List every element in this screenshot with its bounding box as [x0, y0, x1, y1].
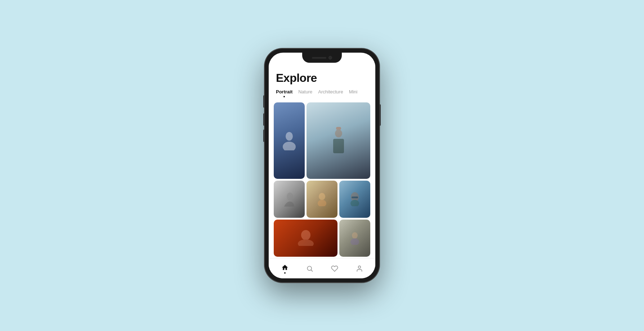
svg-line-16 — [311, 270, 312, 271]
phone-frame: Explore Portrait Nature Architecture Min… — [264, 48, 380, 283]
nav-home[interactable] — [277, 261, 293, 277]
photo-cell-2[interactable] — [307, 102, 370, 179]
svg-point-17 — [358, 266, 361, 268]
home-icon — [281, 264, 289, 272]
notch-speaker — [312, 57, 326, 59]
photo-cell-3[interactable] — [274, 181, 305, 218]
photo-cell-1[interactable] — [274, 102, 305, 179]
svg-point-1 — [283, 142, 296, 150]
photo-cell-9[interactable] — [339, 220, 370, 257]
svg-point-0 — [286, 132, 293, 141]
notch-camera — [328, 56, 332, 59]
svg-point-7 — [318, 200, 326, 206]
tab-nature-label: Nature — [298, 89, 312, 96]
svg-point-10 — [350, 200, 359, 206]
tab-portrait[interactable]: Portrait — [276, 89, 292, 97]
tab-portrait-label: Portrait — [276, 89, 292, 96]
photo-grid — [269, 100, 375, 258]
svg-point-11 — [301, 230, 310, 240]
phone-notch — [302, 53, 342, 63]
nav-favorites[interactable] — [327, 261, 343, 277]
page-title: Explore — [276, 71, 368, 85]
svg-rect-2 — [336, 127, 341, 130]
tab-mini[interactable]: Mini — [349, 89, 358, 97]
svg-rect-9 — [352, 197, 358, 198]
photo-cell-6[interactable] — [307, 181, 337, 218]
svg-rect-4 — [333, 139, 344, 153]
tab-nature[interactable]: Nature — [298, 89, 312, 97]
tab-architecture[interactable]: Architecture — [318, 89, 343, 97]
tab-architecture-label: Architecture — [318, 89, 343, 96]
app-header: Explore — [269, 63, 375, 89]
phone-screen: Explore Portrait Nature Architecture Min… — [269, 53, 375, 278]
svg-point-13 — [352, 232, 358, 239]
tab-mini-label: Mini — [349, 89, 358, 96]
nav-home-dot — [284, 272, 286, 274]
heart-icon — [331, 265, 339, 273]
svg-point-12 — [298, 239, 314, 246]
photo-cell-7[interactable] — [339, 181, 370, 218]
svg-point-6 — [319, 193, 325, 200]
svg-point-5 — [287, 193, 293, 200]
svg-point-14 — [350, 238, 359, 245]
photo-cell-8[interactable] — [274, 220, 337, 257]
tab-portrait-dot — [283, 96, 285, 97]
nav-search[interactable] — [302, 261, 318, 277]
phone-device: Explore Portrait Nature Architecture Min… — [264, 48, 380, 283]
profile-icon — [355, 265, 363, 273]
bottom-nav — [269, 258, 375, 278]
svg-point-3 — [335, 129, 342, 137]
category-tabs: Portrait Nature Architecture Mini — [269, 89, 375, 97]
nav-profile[interactable] — [352, 261, 367, 277]
app-content: Explore Portrait Nature Architecture Min… — [269, 63, 375, 278]
search-icon — [306, 265, 314, 273]
